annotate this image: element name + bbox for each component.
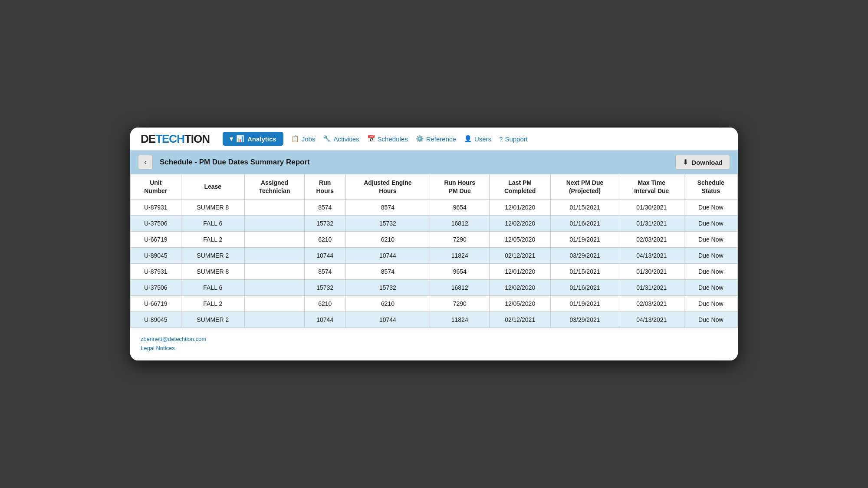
- cell-2-8: 02/03/2021: [619, 231, 684, 247]
- user-icon: 👤: [464, 135, 472, 143]
- col-run-hours-pm-due: Run HoursPM Due: [430, 174, 490, 199]
- report-header: ‹ Schedule - PM Due Dates Summary Report…: [130, 151, 738, 174]
- cell-1-5: 16812: [430, 215, 490, 231]
- calendar-icon: 📅: [367, 135, 375, 143]
- cell-5-3: 15732: [304, 279, 345, 295]
- activities-label: Activities: [333, 135, 359, 143]
- cell-3-5: 11824: [430, 247, 490, 263]
- cell-1-6: 12/02/2020: [490, 215, 551, 231]
- cell-0-5: 9654: [430, 199, 490, 215]
- col-next-pm-due: Next PM Due(Projected): [551, 174, 619, 199]
- device-frame: DETECHTION ▾ 📊 Analytics 📋 Jobs 🔧 Activi…: [130, 128, 738, 360]
- logo-tion: TION: [184, 132, 210, 145]
- table-row: U-89045SUMMER 210744107441182402/12/2021…: [131, 311, 738, 328]
- cell-5-6: 12/02/2020: [490, 279, 551, 295]
- cell-4-2: [245, 263, 305, 279]
- footer-legal-link[interactable]: Legal Notices: [141, 345, 175, 351]
- users-link[interactable]: 👤 Users: [464, 135, 491, 143]
- jobs-link[interactable]: 📋 Jobs: [291, 135, 316, 143]
- cell-3-1: SUMMER 2: [181, 247, 244, 263]
- cell-0-3: 8574: [304, 199, 345, 215]
- question-icon: ?: [499, 135, 503, 143]
- cell-5-8: 01/31/2021: [619, 279, 684, 295]
- cell-0-8: 01/30/2021: [619, 199, 684, 215]
- cell-7-3: 10744: [304, 311, 345, 328]
- back-button[interactable]: ‹: [138, 155, 153, 170]
- cell-2-3: 6210: [304, 231, 345, 247]
- col-assigned-technician: AssignedTechnician: [245, 174, 305, 199]
- users-label: Users: [474, 135, 491, 143]
- cell-7-6: 02/12/2021: [490, 311, 551, 328]
- cell-6-4: 6210: [345, 295, 430, 311]
- cell-0-6: 12/01/2020: [490, 199, 551, 215]
- cell-6-2: [245, 295, 305, 311]
- cell-5-5: 16812: [430, 279, 490, 295]
- cell-6-1: FALL 2: [181, 295, 244, 311]
- cell-7-9: Due Now: [684, 311, 737, 328]
- pm-due-dates-table: UnitNumber Lease AssignedTechnician RunH…: [130, 174, 738, 328]
- cell-1-9: Due Now: [684, 215, 737, 231]
- cell-4-6: 12/01/2020: [490, 263, 551, 279]
- cell-4-5: 9654: [430, 263, 490, 279]
- footer: zbennett@detechtion.com Legal Notices: [130, 328, 738, 360]
- cell-2-7: 01/19/2021: [551, 231, 619, 247]
- cell-4-8: 01/30/2021: [619, 263, 684, 279]
- cell-7-0: U-89045: [131, 311, 181, 328]
- analytics-label: Analytics: [247, 135, 276, 143]
- cell-1-3: 15732: [304, 215, 345, 231]
- cell-2-1: FALL 2: [181, 231, 244, 247]
- cell-2-4: 6210: [345, 231, 430, 247]
- cell-3-4: 10744: [345, 247, 430, 263]
- cell-5-4: 15732: [345, 279, 430, 295]
- cell-0-9: Due Now: [684, 199, 737, 215]
- jobs-icon: 📋: [291, 135, 299, 143]
- col-schedule-status: ScheduleStatus: [684, 174, 737, 199]
- cell-2-9: Due Now: [684, 231, 737, 247]
- cell-6-3: 6210: [304, 295, 345, 311]
- cell-1-4: 15732: [345, 215, 430, 231]
- cell-4-9: Due Now: [684, 263, 737, 279]
- cell-2-2: [245, 231, 305, 247]
- cell-1-1: FALL 6: [181, 215, 244, 231]
- reference-label: Reference: [426, 135, 456, 143]
- cell-7-7: 03/29/2021: [551, 311, 619, 328]
- download-icon: ⬇: [683, 158, 688, 166]
- footer-email-link[interactable]: zbennett@detechtion.com: [141, 336, 727, 342]
- col-run-hours: RunHours: [304, 174, 345, 199]
- table-header-row: UnitNumber Lease AssignedTechnician RunH…: [131, 174, 738, 199]
- activities-link[interactable]: 🔧 Activities: [323, 135, 359, 143]
- cell-1-7: 01/16/2021: [551, 215, 619, 231]
- analytics-button[interactable]: ▾ 📊 Analytics: [223, 132, 283, 146]
- cell-7-8: 04/13/2021: [619, 311, 684, 328]
- cell-7-5: 11824: [430, 311, 490, 328]
- cell-5-7: 01/16/2021: [551, 279, 619, 295]
- cell-6-9: Due Now: [684, 295, 737, 311]
- table-row: U-89045SUMMER 210744107441182402/12/2021…: [131, 247, 738, 263]
- table-row: U-87931SUMMER 885748574965412/01/202001/…: [131, 263, 738, 279]
- table-row: U-37506FALL 615732157321681212/02/202001…: [131, 215, 738, 231]
- support-link[interactable]: ? Support: [499, 135, 528, 143]
- cell-0-4: 8574: [345, 199, 430, 215]
- bar-chart-icon: 📊: [236, 135, 244, 143]
- schedules-link[interactable]: 📅 Schedules: [367, 135, 408, 143]
- logo-tech: TECH: [155, 132, 184, 145]
- col-unit-number: UnitNumber: [131, 174, 181, 199]
- chevron-down-icon: ▾: [230, 135, 233, 143]
- cell-4-7: 01/15/2021: [551, 263, 619, 279]
- report-title: Schedule - PM Due Dates Summary Report: [160, 158, 668, 167]
- cell-6-6: 12/05/2020: [490, 295, 551, 311]
- download-button[interactable]: ⬇ Download: [675, 155, 730, 170]
- col-last-pm-completed: Last PMCompleted: [490, 174, 551, 199]
- cell-3-8: 04/13/2021: [619, 247, 684, 263]
- reference-link[interactable]: ⚙️ Reference: [416, 135, 456, 143]
- cell-3-7: 03/29/2021: [551, 247, 619, 263]
- col-adjusted-engine-hours: Adjusted EngineHours: [345, 174, 430, 199]
- cell-2-0: U-66719: [131, 231, 181, 247]
- cell-7-4: 10744: [345, 311, 430, 328]
- schedules-label: Schedules: [378, 135, 408, 143]
- cell-4-4: 8574: [345, 263, 430, 279]
- logo-de: DE: [141, 132, 155, 145]
- download-label: Download: [691, 159, 723, 166]
- navbar: DETECHTION ▾ 📊 Analytics 📋 Jobs 🔧 Activi…: [130, 128, 738, 151]
- cell-6-0: U-66719: [131, 295, 181, 311]
